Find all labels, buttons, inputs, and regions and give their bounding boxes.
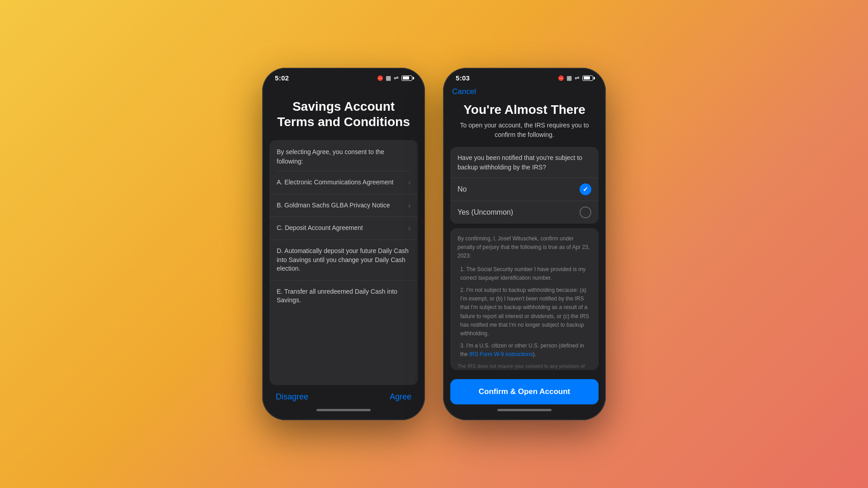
status-time-1: 5:02 <box>275 74 289 82</box>
clipboard-icon-2: ▦ <box>566 75 572 81</box>
radio-unchecked-yes <box>580 206 591 218</box>
wifi-icon-1: ⇌ <box>394 75 399 81</box>
home-indicator-1 <box>316 409 371 411</box>
terms-item-label-b: B. Goldman Sachs GLBA Privacy Notice <box>277 201 408 210</box>
agree-button[interactable]: Agree <box>390 392 411 402</box>
cancel-button[interactable]: Cancel <box>443 85 606 101</box>
screen-content-1: Savings Account Terms and Conditions By … <box>262 85 425 420</box>
confirmation-header-text: By confirming, I, Josef Wituschek, confi… <box>458 235 591 261</box>
confirmation-item-3: 3. I'm a U.S. citizen or other U.S. pers… <box>458 342 591 359</box>
battery-icon-2 <box>582 75 593 81</box>
terms-item-label-a: A. Electronic Communications Agreement <box>277 178 408 187</box>
home-indicator-2 <box>497 409 552 411</box>
terms-item-d: D. Automatically deposit your future Dai… <box>269 240 418 281</box>
page-title-2: You're Almost There <box>443 101 606 121</box>
battery-fill-2 <box>584 76 590 80</box>
terms-item-label-c: C. Deposit Account Agreement <box>277 224 408 233</box>
terms-intro: By selecting Agree, you consent to the f… <box>269 140 418 171</box>
terms-item-a[interactable]: A. Electronic Communications Agreement › <box>269 171 418 194</box>
radio-label-no: No <box>458 185 467 193</box>
phone2-footer: Confirm & Open Account <box>443 375 606 404</box>
terms-item-label-e: E. Transfer all unredeemed Daily Cash in… <box>277 288 397 304</box>
chevron-icon-c: › <box>408 224 410 232</box>
screen-content-2: Cancel You're Almost There To open your … <box>443 85 606 420</box>
confirmation-card: By confirming, I, Josef Wituschek, confi… <box>450 228 599 370</box>
status-bar-1: 5:02 ▦ ⇌ <box>262 68 425 85</box>
phone1-content: Savings Account Terms and Conditions By … <box>262 85 425 405</box>
wifi-icon-2: ⇌ <box>575 75 580 81</box>
irs-link[interactable]: IRS Form W-9 instructions <box>469 351 533 357</box>
recording-indicator-2 <box>558 75 564 81</box>
radio-checked-no <box>580 183 591 195</box>
page-title-1: Savings Account Terms and Conditions <box>262 94 425 140</box>
disagree-button[interactable]: Disagree <box>276 392 308 402</box>
disclaimer-text: The IRS does not require your consent to… <box>458 362 591 370</box>
confirmation-item-1: 1. The Social Security number I have pro… <box>458 265 591 282</box>
terms-list: By selecting Agree, you consent to the f… <box>269 140 418 385</box>
status-icons-1: ▦ ⇌ <box>377 75 412 81</box>
battery-icon-1 <box>401 75 412 81</box>
terms-item-c[interactable]: C. Deposit Account Agreement › <box>269 217 418 240</box>
clipboard-icon-1: ▦ <box>386 75 391 81</box>
terms-item-b[interactable]: B. Goldman Sachs GLBA Privacy Notice › <box>269 194 418 217</box>
page-subtitle-2: To open your account, the IRS requires y… <box>443 121 606 147</box>
confirmation-item-2: 2. I'm not subject to backup withholding… <box>458 286 591 338</box>
status-time-2: 5:03 <box>456 74 470 82</box>
status-icons-2: ▦ ⇌ <box>558 75 593 81</box>
chevron-icon-b: › <box>408 202 410 210</box>
radio-option-no[interactable]: No <box>450 178 599 201</box>
confirm-open-account-button[interactable]: Confirm & Open Account <box>450 379 599 404</box>
irs-question-text: Have you been notified that you're subje… <box>450 147 599 178</box>
chevron-icon-a: › <box>408 178 410 187</box>
phone-2: 5:03 ▦ ⇌ Cancel You're Almost There To o… <box>443 68 606 420</box>
terms-item-e: E. Transfer all unredeemed Daily Cash in… <box>269 281 418 312</box>
phone1-footer: Disagree Agree <box>262 385 425 405</box>
status-bar-2: 5:03 ▦ ⇌ <box>443 68 606 85</box>
phone-1: 5:02 ▦ ⇌ Savings Account Terms and Condi… <box>262 68 425 420</box>
radio-option-yes[interactable]: Yes (Uncommon) <box>450 201 599 224</box>
terms-item-label-d: D. Automatically deposit your future Dai… <box>277 247 409 272</box>
irs-question-card: Have you been notified that you're subje… <box>450 147 599 224</box>
radio-label-yes: Yes (Uncommon) <box>458 208 513 216</box>
recording-indicator-1 <box>377 75 383 81</box>
battery-fill-1 <box>403 76 409 80</box>
